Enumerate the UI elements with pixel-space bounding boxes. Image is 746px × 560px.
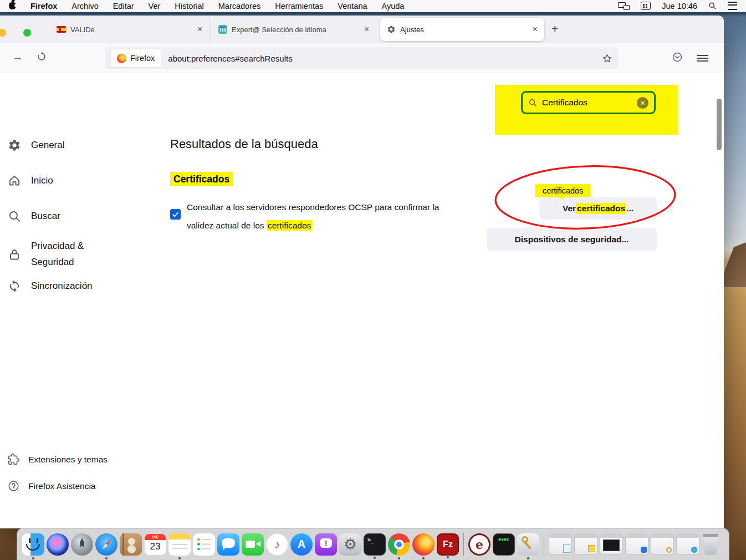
sidebar-label: Sincronización — [31, 281, 93, 292]
win-term-icon[interactable] — [600, 534, 623, 554]
sidebar-item-inicio[interactable]: Inicio — [8, 174, 53, 187]
menu-clock[interactable]: Jue 10:46 — [662, 2, 697, 11]
win-sticky-icon[interactable] — [574, 534, 597, 554]
tab-title: Expert@ Selección de idioma — [232, 26, 360, 34]
win-safari-icon[interactable] — [676, 534, 699, 554]
highlighted-term: certificados — [267, 220, 312, 231]
menu-historial[interactable]: Historial — [175, 2, 203, 11]
forward-icon[interactable]: → — [12, 51, 23, 63]
page-title: Resultados de la búsqueda — [170, 137, 318, 151]
appstore-icon[interactable]: A — [290, 533, 313, 556]
tab-expert-idioma[interactable]: Expert@ Selección de idioma × — [212, 16, 376, 43]
zoom-window-button[interactable] — [23, 29, 31, 37]
ocsp-setting-row: Consultar a los servidores respondedores… — [170, 198, 461, 235]
sidebar-item-privacidad-seguridad[interactable]: Privacidad & Seguridad — [8, 238, 100, 271]
spotlight-search-icon[interactable] — [708, 2, 717, 10]
sidebar-item-sincronizacion[interactable]: Sincronización — [8, 279, 93, 293]
sidebar-item-extensiones[interactable]: Extensiones y temas — [8, 454, 108, 465]
contacts-icon[interactable] — [120, 533, 142, 556]
firefox-app-icon[interactable] — [412, 533, 435, 556]
emule-icon[interactable]: e — [468, 533, 490, 556]
minimize-window-button[interactable] — [0, 29, 6, 37]
menu-firefox[interactable]: Firefox — [30, 2, 57, 11]
win-doc-icon[interactable] — [549, 534, 572, 554]
menu-editar[interactable]: Editar — [113, 2, 134, 11]
terminal-icon[interactable]: >_ — [364, 533, 386, 556]
menu-ver[interactable]: Ver — [149, 2, 161, 11]
reminders-icon[interactable] — [193, 533, 215, 556]
sidebar-label: Firefox Asistencia — [28, 481, 95, 491]
security-devices-button[interactable]: Dispositivos de seguridad... — [487, 228, 657, 251]
ocsp-checkbox[interactable] — [170, 209, 181, 220]
menu-archivo[interactable]: Archivo — [71, 2, 98, 11]
keychain-icon[interactable] — [517, 533, 539, 556]
search-highlight-block: Certificados × — [495, 85, 678, 135]
finder-icon[interactable] — [22, 533, 44, 556]
menu-ayuda[interactable]: Ayuda — [382, 2, 405, 11]
url-text[interactable]: about:preferences#searchResults — [168, 54, 602, 63]
close-tab-icon[interactable]: × — [533, 25, 538, 34]
settings-search-input[interactable]: Certificados × — [521, 91, 656, 114]
gear-favicon — [387, 25, 396, 34]
identity-label: Firefox — [130, 54, 155, 63]
search-icon — [528, 98, 537, 107]
tab-ajustes[interactable]: Ajustes × — [380, 18, 544, 41]
dock-divider — [544, 533, 544, 556]
url-bar[interactable]: Firefox about:preferences#searchResults — [105, 47, 618, 69]
hamburger-menu-icon[interactable] — [697, 55, 708, 56]
calendar-icon[interactable]: DIC23 — [144, 533, 166, 556]
tab-title: VALIDe — [70, 26, 193, 34]
sidebar-item-general[interactable]: General — [8, 139, 64, 152]
filezilla-icon[interactable]: Fz — [437, 533, 459, 556]
menu-ventana[interactable]: Ventana — [338, 2, 367, 11]
close-tab-icon[interactable]: × — [197, 25, 202, 34]
navigation-toolbar: → Firefox about:preferences#searchResult… — [0, 43, 724, 74]
menu-herramientas[interactable]: Herramientas — [275, 2, 323, 11]
messages-icon[interactable] — [217, 533, 239, 556]
search-icon — [8, 210, 21, 223]
section-title: Certificados — [170, 174, 233, 185]
expert-favicon — [218, 25, 227, 34]
highlighted-term: certificados — [576, 203, 626, 214]
sysprefs-icon[interactable]: ⚙ — [339, 533, 361, 556]
chrome-icon[interactable] — [388, 533, 410, 556]
sidebar-label: Privacidad & Seguridad — [31, 238, 100, 271]
clear-search-icon[interactable]: × — [637, 97, 648, 109]
apple-icon[interactable] — [9, 2, 16, 9]
sidebar-label: Inicio — [31, 175, 53, 186]
bookmark-star-icon[interactable] — [602, 53, 612, 64]
menu-bar: Firefox Archivo Editar Ver Historial Mar… — [0, 0, 746, 12]
display-mirroring-icon[interactable] — [618, 2, 630, 10]
sidebar-item-buscar[interactable]: Buscar — [8, 210, 60, 223]
settings-page: General Inicio Buscar Privacidad & Segur… — [0, 73, 724, 528]
tab-title: Ajustes — [400, 26, 528, 34]
reload-icon[interactable] — [37, 52, 47, 62]
sync-icon — [8, 279, 21, 293]
feedback-icon[interactable]: ! — [315, 533, 337, 556]
facetime-icon[interactable] — [242, 533, 264, 556]
input-source-icon[interactable] — [641, 2, 651, 10]
pocket-icon[interactable] — [672, 52, 683, 63]
scrollbar-thumb[interactable] — [717, 99, 722, 150]
notes-icon[interactable] — [168, 533, 191, 556]
sidebar-label: Extensiones y temas — [28, 455, 108, 465]
trash-icon[interactable] — [702, 534, 719, 555]
sidebar-label: Buscar — [31, 211, 60, 222]
tab-valide[interactable]: VALIDe × — [50, 16, 210, 43]
menu-marcadores[interactable]: Marcadores — [218, 2, 261, 11]
tab-bar: VALIDe × Expert@ Selección de idioma × A… — [0, 16, 724, 43]
itunes-icon[interactable]: ♪ — [266, 533, 288, 556]
new-tab-button[interactable]: + — [551, 22, 558, 35]
close-tab-icon[interactable]: × — [364, 25, 369, 34]
win-blue-icon[interactable] — [625, 534, 648, 554]
notification-center-icon[interactable] — [728, 2, 737, 10]
siri-icon[interactable] — [47, 533, 69, 556]
sidebar-item-asistencia[interactable]: Firefox Asistencia — [8, 480, 95, 492]
console-icon[interactable]: exec — [493, 533, 515, 556]
launchpad-icon[interactable] — [71, 533, 93, 556]
safari-icon[interactable] — [95, 533, 117, 556]
view-certificates-button[interactable]: Ver certificados... — [539, 197, 657, 220]
search-value[interactable]: Certificados — [542, 98, 632, 108]
identity-chip[interactable]: Firefox — [111, 49, 161, 67]
win-key-icon[interactable] — [651, 534, 674, 554]
